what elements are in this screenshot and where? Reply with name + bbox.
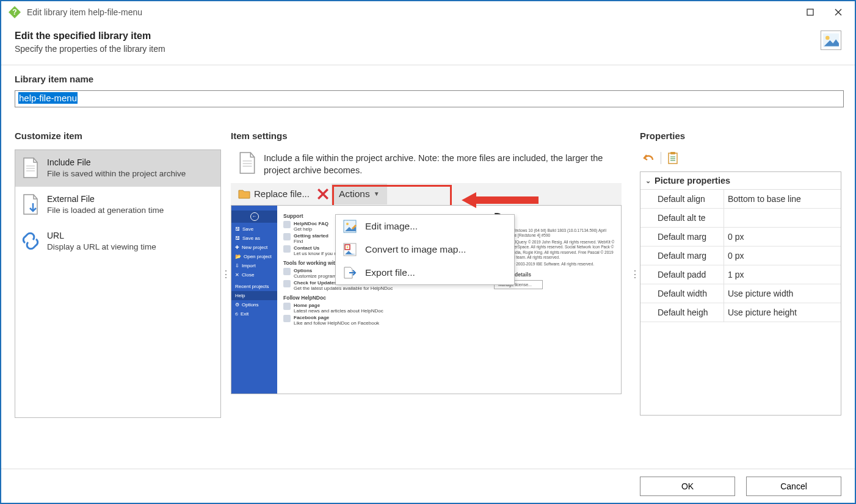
property-row[interactable]: Default alignBottom to base line: [640, 190, 841, 209]
actions-dropdown-menu: Edit image... Convert to image map... Ex…: [335, 214, 515, 285]
customize-item-desc: File is saved within the project archive: [47, 168, 186, 179]
ok-button[interactable]: OK: [640, 477, 735, 496]
svg-rect-26: [670, 152, 675, 154]
property-row[interactable]: Default widthUse picture width: [640, 284, 841, 303]
customize-item-desc: Display a URL at viewing time: [47, 242, 156, 253]
chevron-down-icon: ⌄: [645, 177, 651, 185]
menu-edit-image[interactable]: Edit image...: [336, 215, 514, 238]
delete-button[interactable]: [314, 184, 332, 204]
property-row[interactable]: Default marg0 px: [640, 228, 841, 247]
customize-item-include-file[interactable]: Include File File is saved within the pr…: [15, 150, 220, 187]
customize-item-title: Customize item: [15, 131, 221, 141]
library-item-name-label: Library item name: [15, 74, 841, 84]
customize-item-url[interactable]: URL Display a URL at viewing time: [15, 223, 220, 260]
close-button[interactable]: [824, 2, 852, 22]
cancel-button[interactable]: Cancel: [746, 477, 841, 496]
dialog-header: Edit the specified library item Specify …: [1, 23, 855, 65]
folder-icon: [238, 188, 250, 200]
property-row[interactable]: Default padd1 px: [640, 265, 841, 284]
delete-x-icon: [317, 188, 329, 200]
settings-toolbar: Replace file... Actions ▼: [231, 183, 622, 205]
actions-dropdown-button[interactable]: Actions ▼: [332, 184, 387, 204]
property-row[interactable]: Default heighUse picture height: [640, 303, 841, 322]
customize-item-label: Include File: [47, 157, 186, 167]
image-map-icon: [343, 243, 357, 256]
title-bar: ? Edit library item help-file-menu: [1, 1, 855, 23]
dialog-footer: OK Cancel: [1, 469, 855, 503]
customize-item-label: External File: [47, 194, 164, 204]
app-icon: ?: [7, 5, 22, 20]
undo-icon[interactable]: [642, 153, 655, 164]
svg-point-6: [825, 36, 830, 40]
window-title: Edit library item help-file-menu: [27, 7, 796, 17]
file-icon: [20, 157, 41, 178]
properties-group-header[interactable]: ⌄ Picture properties: [640, 172, 841, 190]
library-item-name-input[interactable]: help-file-menu: [15, 90, 844, 107]
edit-image-icon: [343, 220, 357, 233]
header-title: Edit the specified library item: [15, 31, 821, 41]
header-subtitle: Specify the properties of the library it…: [15, 44, 821, 54]
menu-convert-image-map[interactable]: Convert to image map...: [336, 238, 514, 261]
properties-grid: ⌄ Picture properties Default alignBottom…: [640, 171, 841, 416]
replace-file-button[interactable]: Replace file...: [233, 184, 314, 204]
chevron-down-icon: ▼: [374, 190, 380, 197]
customize-item-label: URL: [47, 231, 156, 240]
svg-text:?: ?: [12, 8, 16, 16]
external-file-icon: [20, 194, 41, 215]
clipboard-icon[interactable]: [667, 152, 678, 164]
annotation-arrow: [462, 191, 541, 209]
customize-item-external-file[interactable]: External File File is loaded at generati…: [15, 187, 220, 223]
splitter-right[interactable]: ⋮: [630, 131, 640, 418]
property-row[interactable]: Default alt te: [640, 209, 841, 228]
item-settings-title: Item settings: [231, 131, 622, 141]
property-row[interactable]: Default marg0 px: [640, 247, 841, 265]
menu-export-file[interactable]: Export file...: [336, 261, 514, 284]
maximize-button[interactable]: [796, 2, 824, 22]
file-icon: [238, 152, 256, 174]
splitter-left[interactable]: ⋮: [221, 131, 231, 418]
export-icon: [343, 266, 357, 279]
customize-item-desc: File is loaded at generation time: [47, 205, 164, 216]
settings-description: Include a file within the project archiv…: [264, 152, 622, 177]
customize-item-list: Include File File is saved within the pr…: [15, 149, 221, 418]
svg-point-22: [347, 247, 349, 248]
link-icon: [20, 231, 41, 251]
properties-title: Properties: [640, 131, 841, 141]
svg-rect-2: [807, 9, 813, 15]
svg-marker-24: [462, 192, 539, 208]
picture-icon: [821, 31, 841, 50]
svg-point-18: [346, 223, 349, 225]
